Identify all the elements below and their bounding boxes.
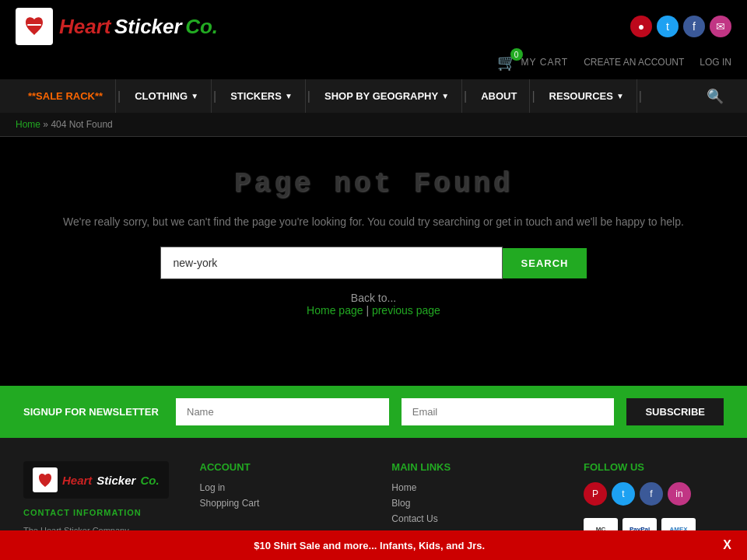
- ticker-highlight: Infants, Kids, and Jrs.: [380, 540, 485, 551]
- social-icons: ● t f ✉: [630, 16, 731, 37]
- site-header: Heart Sticker Co. ● t f ✉ 🛒 0 MY CART CR…: [0, 0, 747, 79]
- nav-separator-1: |: [116, 89, 122, 103]
- twitter-icon[interactable]: t: [657, 16, 679, 37]
- search-icon-nav[interactable]: 🔍: [699, 80, 731, 113]
- nav-separator-6: |: [637, 89, 644, 103]
- follow-title: FOLLOW US: [584, 461, 724, 473]
- nav-items: **SALE RACK** | CLOTHING ▼ | STICKERS ▼ …: [16, 79, 644, 113]
- logo-text: Heart Sticker Co.: [59, 15, 218, 39]
- login-link[interactable]: LOG IN: [700, 57, 731, 68]
- breadcrumb-home[interactable]: Home: [16, 119, 40, 130]
- main-links-title: MAIN LINKS: [391, 461, 552, 473]
- cart-badge: 0: [510, 48, 523, 61]
- main-content: Page not Found We're really sorry, but w…: [0, 137, 747, 386]
- home-page-link[interactable]: Home page: [307, 304, 363, 317]
- footer-blog-link[interactable]: Blog: [391, 498, 552, 509]
- link-separator: |: [366, 304, 372, 317]
- nav-item-stickers[interactable]: STICKERS ▼: [218, 79, 306, 113]
- nav-item-clothing[interactable]: CLOTHING ▼: [122, 79, 212, 113]
- nav-separator-5: |: [530, 89, 536, 103]
- breadcrumb-current: 404 Not Found: [51, 119, 112, 130]
- ticker-close-button[interactable]: X: [723, 538, 731, 552]
- footer-contact-us-link[interactable]: Contact Us: [391, 513, 552, 524]
- nav-item-about-label: ABOUT: [481, 90, 517, 102]
- page-title: Page not Found: [16, 168, 731, 200]
- nav-item-resources[interactable]: RESOURCES ▼: [537, 79, 637, 113]
- logo[interactable]: Heart Sticker Co.: [16, 8, 218, 45]
- contact-info-label: CONTACT INFORMATION: [23, 508, 169, 517]
- cart-button[interactable]: 🛒 0 MY CART: [497, 53, 569, 72]
- search-input[interactable]: [160, 247, 503, 279]
- search-button[interactable]: SEARCH: [503, 248, 587, 278]
- account-title: ACCOUNT: [200, 461, 361, 473]
- footer-home-link[interactable]: Home: [391, 482, 552, 493]
- breadcrumb: Home » 404 Not Found: [0, 113, 747, 137]
- follow-social-icons: P t f in: [584, 482, 724, 506]
- svg-rect-1: [27, 24, 41, 26]
- instagram-icon[interactable]: ✉: [710, 16, 731, 37]
- pinterest-icon[interactable]: ●: [630, 16, 652, 37]
- cart-icon: 🛒 0: [497, 53, 517, 72]
- footer-shopping-cart-link[interactable]: Shopping Cart: [200, 498, 361, 509]
- footer-instagram-icon[interactable]: in: [668, 482, 691, 506]
- sorry-text: We're really sorry, but we can't find th…: [16, 215, 731, 228]
- nav-item-resources-label: RESOURCES: [549, 90, 613, 102]
- breadcrumb-separator: »: [43, 119, 48, 130]
- newsletter-label: SIGNUP FOR NEWSLETTER: [23, 406, 163, 418]
- account-links: Log in Shopping Cart: [200, 482, 361, 509]
- footer-facebook-icon[interactable]: f: [640, 482, 663, 506]
- nav-separator-3: |: [306, 89, 312, 103]
- newsletter-bar: SIGNUP FOR NEWSLETTER SUBSCRIBE: [0, 386, 747, 438]
- ticker-main-text: $10 Shirt Sale and more...: [254, 540, 377, 551]
- nav-item-about[interactable]: ABOUT: [468, 79, 530, 113]
- search-row: SEARCH: [16, 247, 731, 279]
- footer-pinterest-icon[interactable]: P: [584, 482, 607, 506]
- nav-item-sale-rack-label: **SALE RACK**: [28, 90, 103, 102]
- previous-page-link[interactable]: previous page: [372, 304, 440, 317]
- newsletter-name-input[interactable]: [176, 398, 389, 425]
- footer-logo-icon: [33, 467, 58, 492]
- nav-separator-2: |: [212, 89, 218, 103]
- stickers-caret-icon: ▼: [285, 92, 293, 100]
- logo-icon: [16, 8, 53, 45]
- footer-login-link[interactable]: Log in: [200, 482, 361, 493]
- main-nav: **SALE RACK** | CLOTHING ▼ | STICKERS ▼ …: [0, 79, 747, 113]
- clothing-caret-icon: ▼: [191, 92, 198, 100]
- resources-caret-icon: ▼: [616, 92, 624, 100]
- cart-label: MY CART: [521, 57, 569, 68]
- back-links: Back to... Home page | previous page: [16, 292, 731, 317]
- facebook-icon[interactable]: f: [683, 16, 705, 37]
- ticker-text: $10 Shirt Sale and more... Infants, Kids…: [16, 540, 723, 551]
- newsletter-email-input[interactable]: [402, 398, 615, 425]
- back-label: Back to...: [351, 292, 396, 304]
- subscribe-button[interactable]: SUBSCRIBE: [626, 398, 724, 425]
- nav-item-sale-rack[interactable]: **SALE RACK**: [16, 79, 116, 113]
- nav-item-geography-label: SHOP BY GEOGRAPHY: [324, 90, 438, 102]
- nav-item-geography[interactable]: SHOP BY GEOGRAPHY ▼: [312, 79, 462, 113]
- nav-item-clothing-label: CLOTHING: [135, 90, 188, 102]
- footer-twitter-icon[interactable]: t: [612, 482, 635, 506]
- footer-logo: Heart Sticker Co.: [23, 461, 169, 499]
- nav-item-stickers-label: STICKERS: [230, 90, 282, 102]
- bottom-ticker: $10 Shirt Sale and more... Infants, Kids…: [0, 530, 747, 560]
- nav-separator-4: |: [462, 89, 468, 103]
- create-account-link[interactable]: CREATE AN ACCOUNT: [584, 57, 684, 68]
- geography-caret-icon: ▼: [441, 92, 449, 100]
